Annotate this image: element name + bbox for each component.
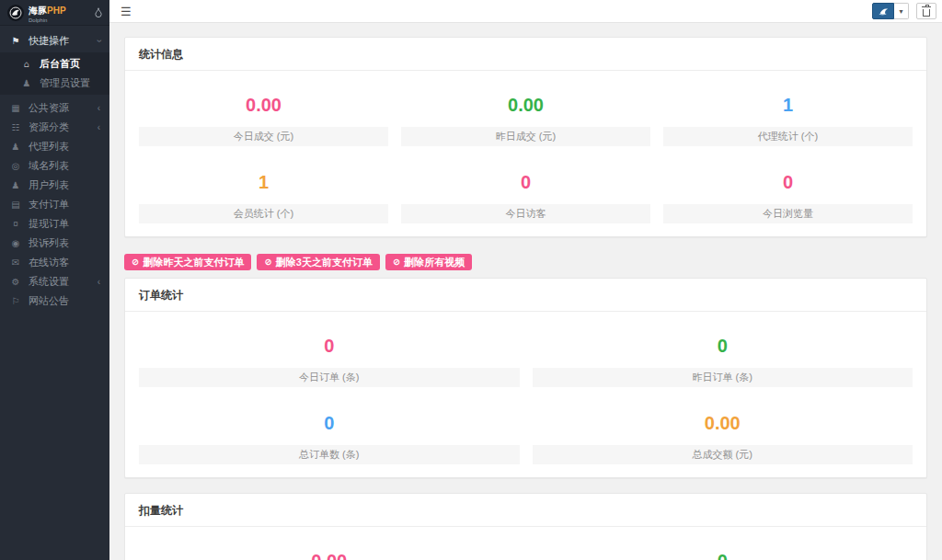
sidebar-item-投诉列表[interactable]: ◉投诉列表	[0, 234, 109, 253]
sidebar-item-管理员设置[interactable]: ♟管理员设置	[0, 74, 109, 93]
sidebar-item-后台首页[interactable]: ⌂后台首页	[0, 54, 109, 74]
delete-button-label: 删除昨天之前支付订单	[143, 256, 244, 269]
stat-cell: 0今日扣量订单 (条)	[533, 538, 913, 560]
admin-user-icon: ♟	[20, 78, 33, 88]
category-grid-icon: ☷	[9, 122, 22, 132]
stat-cell: 1代理统计 (个)	[663, 82, 913, 146]
delete-button-删除所有视频[interactable]: ⊘删除所有视频	[385, 254, 472, 270]
sidebar-item-用户列表[interactable]: ♟用户列表	[0, 176, 109, 195]
droplet-icon[interactable]	[95, 7, 102, 17]
stat-value: 0	[139, 400, 520, 445]
stat-cell: 0.00今日扣量金额 (元)	[139, 538, 520, 560]
sidebar-menu: ⚑快捷操作‹⌂后台首页♟管理员设置▦公共资源‹☷资源分类‹♟代理列表◎域名列表♟…	[0, 26, 109, 311]
sidebar-item-label: 后台首页	[40, 57, 80, 71]
main-content: 统计信息 0.00今日成交 (元)0.00昨日成交 (元)1代理统计 (个)1会…	[109, 23, 942, 560]
sidebar-item-label: 在线访客	[29, 256, 69, 269]
stat-label: 今日浏览量	[663, 204, 913, 223]
sidebar-item-在线访客[interactable]: ✉在线访客	[0, 253, 109, 272]
stat-cell: 0.00今日成交 (元)	[139, 82, 388, 146]
stat-label: 代理统计 (个)	[663, 127, 913, 146]
sidebar-item-label: 用户列表	[29, 178, 69, 192]
stat-cell: 1会员统计 (个)	[139, 159, 388, 223]
sidebar-item-label: 网站公告	[29, 294, 69, 308]
trash-icon	[923, 9, 930, 17]
sidebar-item-系统设置[interactable]: ⚙系统设置‹	[0, 272, 109, 291]
panel-title: 订单统计	[139, 289, 183, 302]
sidebar-item-label: 系统设置	[29, 275, 69, 289]
sidebar-item-资源分类[interactable]: ☷资源分类‹	[0, 118, 109, 137]
stat-value: 0.00	[533, 400, 913, 445]
chevron-left-icon: ‹	[98, 277, 100, 287]
video-resources-icon: ▦	[9, 103, 22, 113]
panel-header: 订单统计	[125, 279, 926, 312]
sidebar-item-网站公告[interactable]: ⚐网站公告	[0, 291, 109, 311]
logo-subtitle: Dolphin	[29, 17, 66, 23]
bulk-actions: ⊘删除昨天之前支付订单⊘删除3天之前支付订单⊘删除所有视频	[124, 254, 927, 270]
sidebar-item-label: 支付订单	[29, 198, 69, 211]
stat-label: 会员统计 (个)	[139, 204, 388, 223]
delete-circle-icon: ⊘	[393, 257, 400, 267]
topbar: ☰ ▾	[109, 0, 942, 23]
withdraw-orders-icon: ¤	[9, 219, 22, 229]
sidebar-item-label: 资源分类	[29, 120, 69, 134]
logo-title: 海豚PHP	[29, 1, 66, 17]
sidebar-item-域名列表[interactable]: ◎域名列表	[0, 156, 109, 176]
announcement-icon: ⚐	[9, 296, 22, 306]
stat-value: 0.00	[139, 82, 388, 127]
stat-value: 0.00	[139, 538, 520, 560]
sidebar-item-提现订单[interactable]: ¤提现订单	[0, 214, 109, 234]
dolphin-theme-button[interactable]	[872, 3, 894, 19]
stat-value: 0	[533, 323, 913, 368]
gear-icon: ⚙	[9, 277, 22, 287]
chevron-left-icon: ‹	[98, 103, 100, 113]
stat-cell: 0今日浏览量	[663, 159, 913, 223]
sidebar-item-快捷操作[interactable]: ⚑快捷操作‹	[0, 31, 109, 51]
panel-orders: 订单统计 0今日订单 (条)0昨日订单 (条)0总订单数 (条)0.00总成交额…	[124, 278, 927, 478]
domain-link-icon: ◎	[9, 161, 22, 171]
stat-label: 总订单数 (条)	[139, 445, 520, 464]
stat-label: 昨日成交 (元)	[401, 127, 650, 146]
stat-value: 0	[401, 159, 650, 204]
stat-cell: 0.00总成交额 (元)	[533, 400, 913, 464]
sidebar-item-代理列表[interactable]: ♟代理列表	[0, 137, 109, 156]
theme-dropdown-toggle[interactable]: ▾	[894, 3, 909, 19]
panel-body: 0.00今日成交 (元)0.00昨日成交 (元)1代理统计 (个)1会员统计 (…	[125, 71, 926, 236]
dolphin-logo-icon	[7, 5, 24, 21]
stat-cell: 0昨日订单 (条)	[533, 323, 913, 387]
sidebar-item-label: 提现订单	[29, 217, 69, 231]
delete-button-label: 删除所有视频	[404, 256, 465, 269]
panel-body: 0今日订单 (条)0昨日订单 (条)0总订单数 (条)0.00总成交额 (元)	[125, 312, 926, 477]
complaints-info-icon: ◉	[9, 238, 22, 248]
clear-cache-button[interactable]	[916, 3, 936, 19]
stat-value: 0	[663, 159, 913, 204]
stat-value: 0.00	[401, 82, 650, 127]
sidebar-item-支付订单[interactable]: ▤支付订单	[0, 195, 109, 214]
stat-label: 今日访客	[401, 204, 650, 223]
chevron-down-icon: ‹	[94, 40, 104, 42]
delete-button-删除昨天之前支付订单[interactable]: ⊘删除昨天之前支付订单	[124, 254, 251, 270]
stat-value: 0	[533, 538, 913, 560]
logo-bar[interactable]: 海豚PHP Dolphin	[0, 0, 109, 26]
sidebar-item-label: 域名列表	[29, 159, 69, 173]
sidebar-item-label: 快捷操作	[29, 34, 69, 48]
quick-actions-icon: ⚑	[9, 36, 22, 46]
sidebar-item-label: 投诉列表	[29, 236, 69, 250]
stat-label: 今日成交 (元)	[139, 127, 388, 146]
caret-down-icon: ▾	[899, 7, 902, 16]
online-visitors-icon: ✉	[9, 257, 22, 268]
sidebar-item-公共资源[interactable]: ▦公共资源‹	[0, 98, 109, 118]
sidebar-item-label: 公共资源	[29, 101, 69, 115]
stat-label: 今日订单 (条)	[139, 368, 520, 387]
panel-body: 0.00今日扣量金额 (元)0今日扣量订单 (条)	[125, 527, 926, 560]
submenu: ⌂后台首页♟管理员设置	[0, 52, 109, 95]
agents-icon: ♟	[9, 142, 22, 152]
panel-title: 统计信息	[139, 48, 183, 61]
panel-header: 统计信息	[125, 38, 926, 71]
stat-cell: 0总订单数 (条)	[139, 400, 520, 464]
stat-label: 昨日订单 (条)	[533, 368, 913, 387]
delete-button-删除3天之前支付订单[interactable]: ⊘删除3天之前支付订单	[257, 254, 380, 270]
stat-value: 1	[139, 159, 388, 204]
stat-cell: 0今日订单 (条)	[139, 323, 520, 387]
sidebar-item-label: 代理列表	[29, 140, 69, 154]
hamburger-icon[interactable]: ☰	[115, 6, 137, 17]
